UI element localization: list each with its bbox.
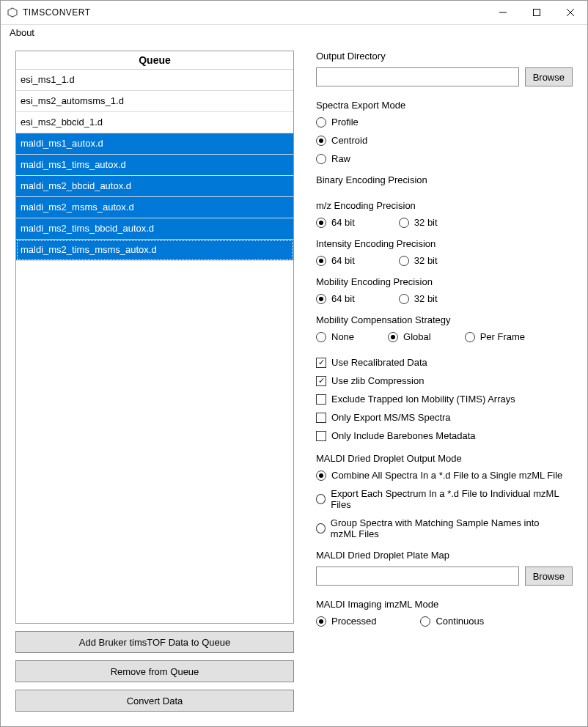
radio-mz-64[interactable]: 64 bit [316, 217, 355, 228]
queue-item[interactable]: maldi_ms2_tims_bbcid_autox.d [16, 218, 293, 240]
radio-intensity-32[interactable]: 32 bit [399, 255, 438, 266]
radio-comp-perframe[interactable]: Per Frame [465, 331, 525, 342]
browse-plate-map-button[interactable]: Browse [525, 567, 573, 586]
radio-mz-32[interactable]: 32 bit [399, 217, 438, 228]
maximize-button[interactable] [520, 1, 554, 24]
checkbox-icon [316, 413, 326, 423]
check-barebones[interactable]: Only Include Barebones Metadata [316, 430, 573, 441]
queue-item[interactable]: maldi_ms2_msms_autox.d [16, 197, 293, 218]
radio-continuous[interactable]: Continuous [420, 616, 484, 627]
queue-item[interactable]: esi_ms1_1.d [16, 70, 293, 91]
plate-map-label: MALDI Dried Droplet Plate Map [316, 550, 573, 561]
queue-item[interactable]: maldi_ms2_tims_msms_autox.d [16, 240, 293, 261]
radio-icon [316, 332, 326, 342]
browse-output-button[interactable]: Browse [525, 67, 573, 86]
radio-mobility-32[interactable]: 32 bit [399, 293, 438, 304]
output-directory-input[interactable] [316, 67, 519, 86]
add-to-queue-button[interactable]: Add Bruker timsTOF Data to Queue [15, 631, 294, 653]
queue-item[interactable]: maldi_ms2_bbcid_autox.d [16, 176, 293, 197]
mobility-precision-label: Mobility Encoding Precision [316, 276, 573, 287]
binary-precision-label: Binary Encoding Precision [316, 174, 573, 185]
check-zlib[interactable]: Use zlib Compression [316, 375, 573, 386]
menu-about[interactable]: About [7, 26, 37, 40]
radio-icon [316, 218, 326, 228]
radio-icon [420, 616, 430, 627]
radio-icon [388, 332, 398, 342]
menu-bar: About [1, 25, 587, 42]
radio-icon [316, 470, 326, 481]
queue-item[interactable]: esi_ms2_automsms_1.d [16, 91, 293, 112]
svg-marker-0 [8, 8, 17, 17]
radio-icon [316, 136, 326, 146]
radio-raw[interactable]: Raw [316, 153, 573, 164]
radio-mobility-64[interactable]: 64 bit [316, 293, 355, 304]
queue-list[interactable]: Queue esi_ms1_1.desi_ms2_automsms_1.desi… [15, 51, 294, 624]
checkbox-icon [316, 358, 326, 368]
radio-icon [316, 523, 326, 534]
radio-icon [399, 294, 409, 304]
radio-icon [465, 332, 475, 342]
plate-map-input[interactable] [316, 567, 519, 586]
title-bar: TIMSCONVERT [1, 1, 587, 25]
queue-item[interactable]: maldi_ms1_autox.d [16, 133, 293, 155]
radio-processed[interactable]: Processed [316, 616, 376, 627]
radio-comp-global[interactable]: Global [388, 331, 431, 342]
queue-item[interactable]: maldi_ms1_tims_autox.d [16, 155, 293, 176]
maldi-output-label: MALDI Dried Droplet Output Mode [316, 453, 573, 464]
checkbox-icon [316, 394, 326, 405]
checkbox-icon [316, 376, 326, 386]
close-button[interactable] [554, 1, 587, 24]
check-recalibrated[interactable]: Use Recalibrated Data [316, 357, 573, 368]
radio-group-spectra[interactable]: Group Spectra with Matching Sample Names… [316, 517, 565, 539]
mobility-comp-label: Mobility Compensation Strategy [316, 314, 573, 325]
radio-icon [316, 154, 326, 164]
radio-icon [316, 294, 326, 304]
radio-export-each[interactable]: Export Each Spectrum In a *.d File to In… [316, 488, 565, 510]
radio-icon [399, 218, 409, 228]
radio-icon [316, 117, 326, 128]
intensity-precision-label: Intensity Encoding Precision [316, 238, 573, 249]
mz-precision-label: m/z Encoding Precision [316, 200, 573, 211]
radio-comp-none[interactable]: None [316, 331, 354, 342]
radio-centroid[interactable]: Centroid [316, 135, 573, 146]
imzml-mode-label: MALDI Imaging imzML Mode [316, 599, 573, 610]
check-exclude-tims[interactable]: Exclude Trapped Ion Mobility (TIMS) Arra… [316, 394, 573, 405]
queue-item[interactable]: esi_ms2_bbcid_1.d [16, 112, 293, 133]
radio-profile[interactable]: Profile [316, 117, 573, 128]
radio-intensity-64[interactable]: 64 bit [316, 255, 355, 266]
minimize-button[interactable] [486, 1, 520, 24]
radio-icon [316, 494, 326, 504]
radio-icon [316, 256, 326, 266]
radio-icon [316, 616, 326, 627]
output-directory-label: Output Directory [316, 51, 573, 62]
radio-combine[interactable]: Combine All Spectra In a *.d File to a S… [316, 470, 565, 481]
app-icon [7, 7, 18, 18]
window-title: TIMSCONVERT [23, 7, 91, 18]
queue-header: Queue [16, 51, 293, 70]
check-only-msms[interactable]: Only Export MS/MS Spectra [316, 412, 573, 423]
svg-rect-2 [534, 10, 540, 16]
remove-from-queue-button[interactable]: Remove from Queue [15, 660, 294, 682]
radio-icon [399, 256, 409, 266]
convert-data-button[interactable]: Convert Data [15, 690, 294, 712]
checkbox-icon [316, 431, 326, 441]
spectra-export-label: Spectra Export Mode [316, 100, 573, 111]
